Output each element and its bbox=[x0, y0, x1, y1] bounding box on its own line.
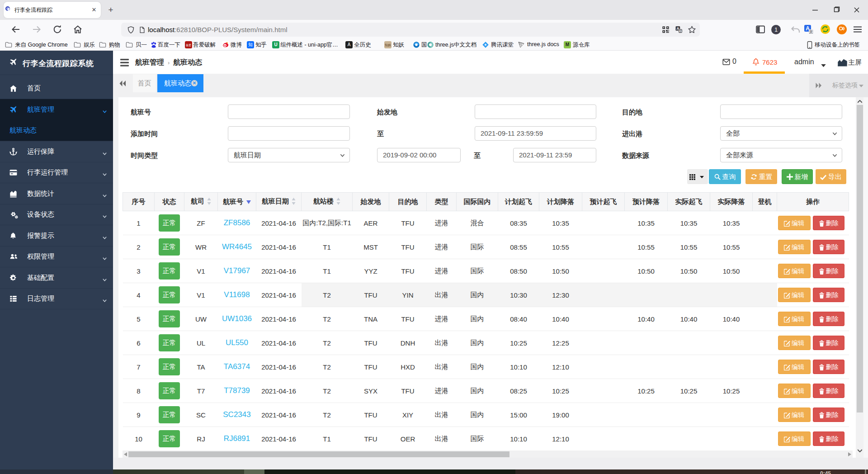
svg-text:文: 文 bbox=[679, 29, 682, 33]
svg-text:文: 文 bbox=[809, 30, 813, 34]
